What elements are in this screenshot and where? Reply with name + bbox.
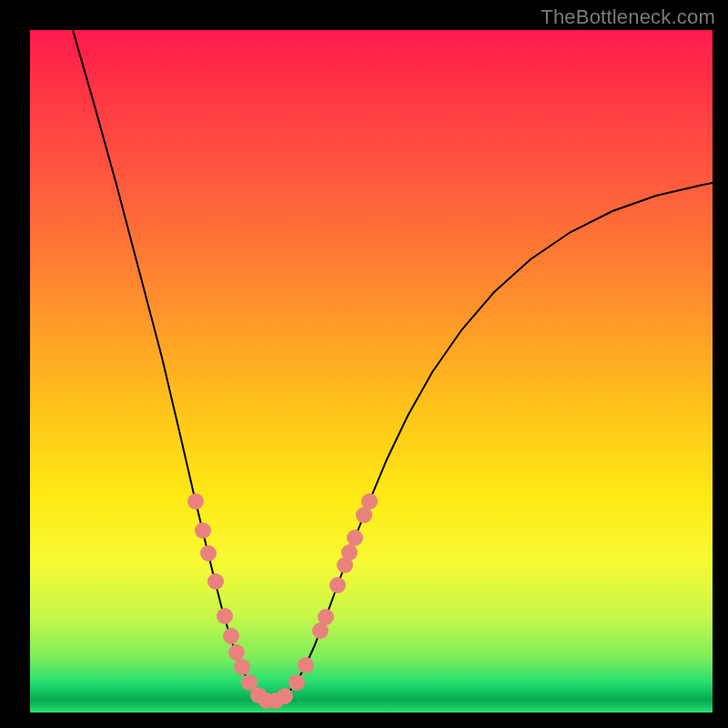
curve-marker (347, 530, 363, 546)
curve-marker (361, 493, 378, 510)
curve-marker (223, 628, 239, 644)
curve-marker (318, 609, 334, 625)
curve-marker (288, 674, 305, 691)
curve-marker (200, 545, 217, 561)
curve-marker (195, 522, 211, 539)
curve-marker (187, 493, 204, 510)
curve-svg (30, 30, 713, 713)
curve-marker (207, 573, 224, 590)
curve-marker (341, 544, 358, 561)
curve-marker (329, 577, 346, 593)
curve-marker (277, 688, 293, 704)
bottleneck-curve (73, 30, 713, 702)
chart-frame: TheBottleneck.com (0, 0, 728, 728)
curve-marker (217, 608, 233, 624)
watermark-text: TheBottleneck.com (541, 5, 715, 29)
curve-marker (228, 644, 245, 661)
marker-group (187, 493, 378, 709)
plot-area (30, 30, 713, 713)
curve-marker (234, 659, 250, 675)
curve-marker (298, 657, 314, 673)
